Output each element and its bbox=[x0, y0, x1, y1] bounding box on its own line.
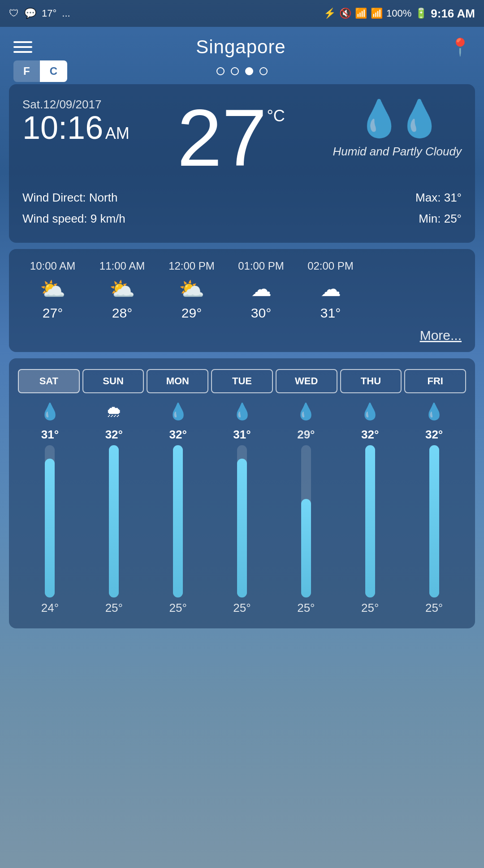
wind-direction: Wind Direct: North bbox=[22, 187, 125, 208]
hourly-icon-0: ⛅ bbox=[40, 277, 65, 301]
hourly-icon-2: ⛅ bbox=[179, 277, 204, 301]
bar-min-0: 24° bbox=[41, 601, 59, 615]
condition-text: Humid and Partly Cloudy bbox=[333, 144, 462, 159]
bar-fill-6 bbox=[429, 445, 439, 597]
unit-toggle[interactable]: F C bbox=[13, 60, 67, 82]
day-tab-sun[interactable]: SUN bbox=[82, 369, 144, 393]
bar-wrapper-3 bbox=[237, 445, 247, 597]
weekly-bar-col-3: 31° 25° bbox=[210, 425, 274, 615]
bar-max-1: 32° bbox=[105, 425, 123, 442]
signal-icon: 📶 bbox=[371, 8, 383, 19]
bar-fill-5 bbox=[365, 445, 375, 597]
bar-fill-0 bbox=[45, 459, 55, 597]
weekly-icon-0: 💧 bbox=[18, 402, 82, 421]
fahrenheit-button[interactable]: F bbox=[13, 60, 40, 82]
day-tab-fri[interactable]: FRI bbox=[404, 369, 466, 393]
weekly-icon-6: 💧 bbox=[402, 402, 466, 421]
hourly-temp-4: 31° bbox=[320, 305, 341, 321]
weekly-bars-row: 31° 24° 32° 25° 32° 25° 31° bbox=[18, 425, 466, 615]
current-ampm: AM bbox=[105, 124, 130, 142]
current-top: Sat.12/09/2017 10:16 AM 27 °C 💧💧 Humid a… bbox=[22, 98, 462, 178]
bar-wrapper-2 bbox=[173, 445, 183, 597]
hourly-scroll: 10:00 AM ⛅ 27° 11:00 AM ⛅ 28° 12:00 PM ⛅… bbox=[18, 260, 466, 321]
hourly-item-1: 11:00 AM ⛅ 28° bbox=[87, 260, 157, 321]
current-datetime: Sat.12/09/2017 10:16 AM bbox=[22, 98, 130, 144]
weekly-bar-col-0: 31° 24° bbox=[18, 425, 82, 615]
weekly-icon-3: 💧 bbox=[210, 402, 274, 421]
status-bar: 🛡 💬 17° ... ⚡ 🔇 📶 📶 100% 🔋 9:16 AM bbox=[0, 0, 484, 27]
wind-speed: Wind speed: 9 km/h bbox=[22, 208, 125, 229]
hourly-icon-4: ☁ bbox=[320, 277, 341, 301]
day-tab-wed[interactable]: WED bbox=[276, 369, 337, 393]
bar-fill-4 bbox=[301, 499, 311, 597]
hourly-item-0: 10:00 AM ⛅ 27° bbox=[18, 260, 87, 321]
hourly-temp-2: 29° bbox=[182, 305, 202, 321]
hourly-time-1: 11:00 AM bbox=[99, 260, 145, 272]
page-dot-4[interactable] bbox=[259, 67, 268, 75]
hamburger-line-2 bbox=[13, 46, 32, 48]
bar-min-3: 25° bbox=[233, 601, 251, 615]
bar-max-2: 32° bbox=[169, 425, 186, 442]
bar-wrapper-0 bbox=[45, 445, 55, 597]
day-tabs: SAT SUN MON TUE WED THU FRI bbox=[18, 369, 466, 393]
current-time-row: 10:16 AM bbox=[22, 112, 130, 144]
hourly-item-4: 02:00 PM ☁ 31° bbox=[296, 260, 365, 321]
hamburger-line-1 bbox=[13, 41, 32, 43]
bar-wrapper-5 bbox=[365, 445, 375, 597]
mute-icon: 🔇 bbox=[339, 8, 351, 19]
bar-max-0: 31° bbox=[41, 425, 59, 442]
page-dot-1[interactable] bbox=[216, 67, 225, 75]
humidity-icon: 💧💧 bbox=[357, 98, 437, 140]
hamburger-menu[interactable] bbox=[13, 41, 32, 53]
page-dots bbox=[216, 67, 268, 75]
current-time: 10:16 bbox=[22, 110, 103, 146]
current-bottom: Wind Direct: North Wind speed: 9 km/h Ma… bbox=[22, 187, 462, 229]
current-weather-card: Sat.12/09/2017 10:16 AM 27 °C 💧💧 Humid a… bbox=[9, 84, 475, 243]
temperature-status: 17° bbox=[42, 8, 56, 19]
weekly-bar-col-1: 32° 25° bbox=[82, 425, 146, 615]
hourly-time-3: 01:00 PM bbox=[238, 260, 284, 272]
hourly-time-0: 10:00 AM bbox=[30, 260, 75, 272]
shield-icon: 🛡 bbox=[9, 8, 19, 19]
bar-min-4: 25° bbox=[297, 601, 315, 615]
weekly-bar-col-6: 32° 25° bbox=[402, 425, 466, 615]
bluetooth-icon: ⚡ bbox=[324, 8, 336, 19]
weekly-bar-col-4: 29° 25° bbox=[274, 425, 338, 615]
temp-unit: °C bbox=[267, 107, 285, 125]
current-temperature: 27 bbox=[177, 98, 267, 178]
status-left: 🛡 💬 17° ... bbox=[9, 8, 70, 19]
day-tab-thu[interactable]: THU bbox=[340, 369, 402, 393]
bar-fill-2 bbox=[173, 445, 183, 597]
bar-min-5: 25° bbox=[361, 601, 379, 615]
bar-min-1: 25° bbox=[105, 601, 123, 615]
more-link[interactable]: More... bbox=[18, 328, 466, 343]
weekly-icon-1: 🌧 bbox=[82, 402, 146, 421]
current-temp-section: 27 °C bbox=[177, 98, 285, 178]
weekly-bar-col-5: 32° 25° bbox=[338, 425, 402, 615]
hourly-item-2: 12:00 PM ⛅ 29° bbox=[157, 260, 226, 321]
bar-wrapper-6 bbox=[429, 445, 439, 597]
more-status: ... bbox=[62, 8, 70, 19]
max-min-section: Max: 31° Min: 25° bbox=[415, 187, 462, 229]
message-icon: 💬 bbox=[24, 8, 36, 19]
top-nav: Singapore 📍 bbox=[0, 27, 484, 67]
hourly-forecast-card: 10:00 AM ⛅ 27° 11:00 AM ⛅ 28° 12:00 PM ⛅… bbox=[9, 249, 475, 352]
hamburger-line-3 bbox=[13, 51, 32, 53]
weekly-forecast-card: SAT SUN MON TUE WED THU FRI 💧 🌧 💧 💧 💧 💧 … bbox=[9, 358, 475, 628]
day-tab-tue[interactable]: TUE bbox=[211, 369, 273, 393]
page-dot-2[interactable] bbox=[231, 67, 239, 75]
location-icon[interactable]: 📍 bbox=[449, 37, 471, 57]
day-tab-mon[interactable]: MON bbox=[147, 369, 208, 393]
status-time: 9:16 AM bbox=[431, 7, 475, 21]
bar-wrapper-1 bbox=[109, 445, 119, 597]
weekly-icons-row: 💧 🌧 💧 💧 💧 💧 💧 bbox=[18, 402, 466, 421]
page-dot-3[interactable] bbox=[245, 67, 253, 75]
wifi-icon: 📶 bbox=[355, 8, 367, 19]
day-tab-sat[interactable]: SAT bbox=[18, 369, 80, 393]
hourly-icon-3: ☁ bbox=[251, 277, 272, 301]
weekly-icon-4: 💧 bbox=[274, 402, 338, 421]
hourly-temp-0: 27° bbox=[43, 305, 63, 321]
celsius-button[interactable]: C bbox=[40, 60, 67, 82]
bar-fill-1 bbox=[109, 445, 119, 597]
hourly-item-3: 01:00 PM ☁ 30° bbox=[226, 260, 296, 321]
